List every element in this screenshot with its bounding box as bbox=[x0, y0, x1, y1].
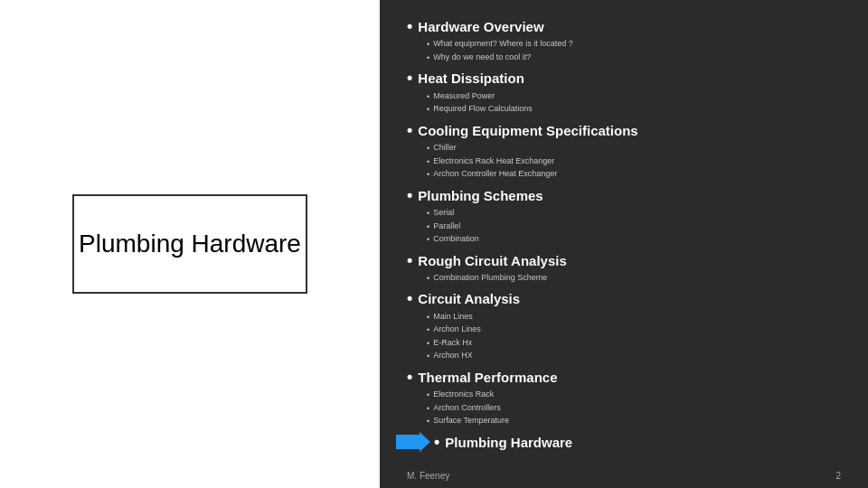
menu-heading-hardware-overview: •Hardware Overview bbox=[407, 16, 841, 37]
menu-heading-plumbing-schemes: •Plumbing Schemes bbox=[407, 185, 841, 206]
menu-label-plumbing-schemes: Plumbing Schemes bbox=[418, 187, 542, 205]
footer-author: M. Feeney bbox=[407, 471, 449, 481]
sub-items-heat-dissipation: Measured PowerRequired Flow Calculations bbox=[407, 90, 841, 117]
sub-item: Measured Power bbox=[427, 90, 841, 104]
sub-items-thermal-performance: Electronics RackArchon ControllersSurfac… bbox=[407, 389, 841, 428]
menu-heading-plumbing-hardware: •Plumbing Hardware bbox=[434, 432, 572, 453]
right-panel: •Hardware OverviewWhat equipment? Where … bbox=[380, 0, 868, 488]
menu-heading-cooling-equipment: •Cooling Equipment Specifications bbox=[407, 120, 841, 141]
sub-items-plumbing-schemes: SerialParallelCombination bbox=[407, 207, 841, 247]
menu-heading-thermal-performance: •Thermal Performance bbox=[407, 367, 841, 388]
bullet-icon: • bbox=[407, 367, 412, 388]
sub-item: E-Rack Hx bbox=[427, 337, 841, 351]
sub-item: Surface Temperature bbox=[427, 415, 841, 428]
menu-label-thermal-performance: Thermal Performance bbox=[418, 369, 557, 387]
highlight-box-text: Plumbing Hardware bbox=[79, 230, 301, 258]
sub-item: Combination Plumbing Scheme bbox=[427, 272, 841, 286]
menu-item-plumbing-schemes: •Plumbing SchemesSerialParallelCombinati… bbox=[407, 185, 841, 247]
bullet-icon: • bbox=[407, 250, 412, 271]
menu-item-heat-dissipation: •Heat DissipationMeasured PowerRequired … bbox=[407, 68, 841, 116]
sub-item: Serial bbox=[427, 207, 841, 221]
menu-heading-rough-circuit-analysis: •Rough Circuit Analysis bbox=[407, 250, 841, 271]
arrow-icon bbox=[396, 432, 430, 452]
menu-label-plumbing-hardware: Plumbing Hardware bbox=[445, 434, 572, 452]
sub-items-rough-circuit-analysis: Combination Plumbing Scheme bbox=[407, 272, 841, 286]
sub-item: Why do we need to cool it? bbox=[427, 52, 841, 65]
menu-item-rough-circuit-analysis: •Rough Circuit AnalysisCombination Plumb… bbox=[407, 250, 841, 286]
menu-item-cooling-equipment: •Cooling Equipment SpecificationsChiller… bbox=[407, 120, 841, 182]
menu-label-cooling-equipment: Cooling Equipment Specifications bbox=[418, 122, 637, 140]
bullet-icon: • bbox=[434, 432, 439, 453]
sub-item: Archon Controllers bbox=[427, 402, 841, 416]
bullet-icon: • bbox=[407, 120, 412, 141]
menu-heading-circuit-analysis: •Circuit Analysis bbox=[407, 288, 841, 309]
menu-item-thermal-performance: •Thermal PerformanceElectronics RackArch… bbox=[407, 367, 841, 428]
sub-items-cooling-equipment: ChillerElectronics Rack Heat ExchangerAr… bbox=[407, 142, 841, 182]
menu-item-plumbing-hardware: •Plumbing Hardware bbox=[407, 432, 841, 453]
sub-item: What equipment? Where is it located ? bbox=[427, 38, 841, 52]
sub-item: Archon Controller Heat Exchanger bbox=[427, 168, 841, 182]
svg-marker-0 bbox=[396, 432, 430, 452]
menu-label-rough-circuit-analysis: Rough Circuit Analysis bbox=[418, 252, 566, 270]
arrow-row: •Plumbing Hardware bbox=[407, 432, 841, 453]
sub-item: Electronics Rack bbox=[427, 389, 841, 402]
footer-page: 2 bbox=[835, 471, 841, 481]
sub-item: Required Flow Calculations bbox=[427, 103, 841, 117]
menu-item-circuit-analysis: •Circuit AnalysisMain LinesArchon LinesE… bbox=[407, 288, 841, 362]
footer: M. Feeney 2 bbox=[407, 471, 841, 481]
bullet-icon: • bbox=[407, 16, 412, 37]
menu-list: •Hardware OverviewWhat equipment? Where … bbox=[407, 16, 841, 453]
sub-item: Combination bbox=[427, 233, 841, 247]
sub-items-hardware-overview: What equipment? Where is it located ?Why… bbox=[407, 38, 841, 64]
sub-item: Main Lines bbox=[427, 311, 841, 324]
highlight-box: Plumbing Hardware bbox=[72, 194, 307, 294]
sub-item: Parallel bbox=[427, 221, 841, 234]
bullet-icon: • bbox=[407, 185, 412, 206]
menu-label-hardware-overview: Hardware Overview bbox=[418, 18, 543, 36]
bullet-icon: • bbox=[407, 288, 412, 309]
sub-items-circuit-analysis: Main LinesArchon LinesE-Rack HxArchon HX bbox=[407, 311, 841, 363]
sub-item: Chiller bbox=[427, 142, 841, 155]
menu-label-heat-dissipation: Heat Dissipation bbox=[418, 70, 524, 88]
sub-item: Electronics Rack Heat Exchanger bbox=[427, 155, 841, 169]
sub-item: Archon Lines bbox=[427, 324, 841, 337]
menu-item-hardware-overview: •Hardware OverviewWhat equipment? Where … bbox=[407, 16, 841, 64]
bullet-icon: • bbox=[407, 68, 412, 89]
menu-heading-heat-dissipation: •Heat Dissipation bbox=[407, 68, 841, 89]
menu-label-circuit-analysis: Circuit Analysis bbox=[418, 290, 520, 308]
sub-item: Archon HX bbox=[427, 350, 841, 363]
left-panel: Plumbing Hardware bbox=[0, 0, 380, 488]
